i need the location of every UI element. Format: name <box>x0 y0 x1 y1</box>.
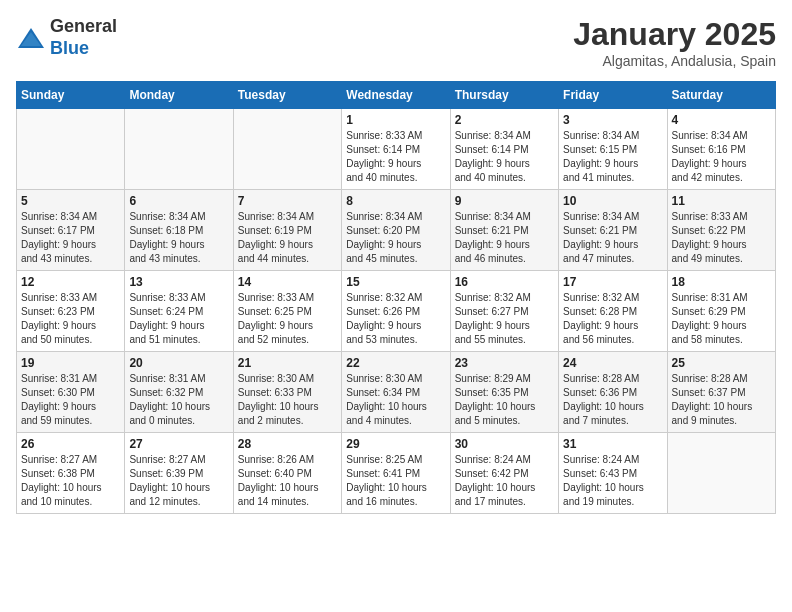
calendar-week-row: 5Sunrise: 8:34 AM Sunset: 6:17 PM Daylig… <box>17 190 776 271</box>
weekday-header-friday: Friday <box>559 82 667 109</box>
day-number: 19 <box>21 356 120 370</box>
calendar-cell: 24Sunrise: 8:28 AM Sunset: 6:36 PM Dayli… <box>559 352 667 433</box>
weekday-header-monday: Monday <box>125 82 233 109</box>
page-header: General Blue January 2025 Algamitas, And… <box>16 16 776 69</box>
calendar-cell: 9Sunrise: 8:34 AM Sunset: 6:21 PM Daylig… <box>450 190 558 271</box>
location-label: Algamitas, Andalusia, Spain <box>573 53 776 69</box>
day-info: Sunrise: 8:28 AM Sunset: 6:37 PM Dayligh… <box>672 372 771 428</box>
day-info: Sunrise: 8:34 AM Sunset: 6:16 PM Dayligh… <box>672 129 771 185</box>
calendar-cell: 4Sunrise: 8:34 AM Sunset: 6:16 PM Daylig… <box>667 109 775 190</box>
day-info: Sunrise: 8:28 AM Sunset: 6:36 PM Dayligh… <box>563 372 662 428</box>
day-info: Sunrise: 8:34 AM Sunset: 6:15 PM Dayligh… <box>563 129 662 185</box>
calendar-cell: 11Sunrise: 8:33 AM Sunset: 6:22 PM Dayli… <box>667 190 775 271</box>
logo-icon <box>16 26 46 50</box>
calendar-cell: 19Sunrise: 8:31 AM Sunset: 6:30 PM Dayli… <box>17 352 125 433</box>
calendar-cell: 23Sunrise: 8:29 AM Sunset: 6:35 PM Dayli… <box>450 352 558 433</box>
calendar-cell: 17Sunrise: 8:32 AM Sunset: 6:28 PM Dayli… <box>559 271 667 352</box>
day-number: 25 <box>672 356 771 370</box>
logo-general: General <box>50 16 117 36</box>
day-info: Sunrise: 8:34 AM Sunset: 6:14 PM Dayligh… <box>455 129 554 185</box>
month-title: January 2025 <box>573 16 776 53</box>
day-number: 10 <box>563 194 662 208</box>
day-info: Sunrise: 8:32 AM Sunset: 6:27 PM Dayligh… <box>455 291 554 347</box>
weekday-header-wednesday: Wednesday <box>342 82 450 109</box>
day-info: Sunrise: 8:31 AM Sunset: 6:29 PM Dayligh… <box>672 291 771 347</box>
weekday-header-sunday: Sunday <box>17 82 125 109</box>
day-number: 20 <box>129 356 228 370</box>
calendar-cell: 26Sunrise: 8:27 AM Sunset: 6:38 PM Dayli… <box>17 433 125 514</box>
logo: General Blue <box>16 16 117 59</box>
calendar-week-row: 19Sunrise: 8:31 AM Sunset: 6:30 PM Dayli… <box>17 352 776 433</box>
day-number: 7 <box>238 194 337 208</box>
day-info: Sunrise: 8:30 AM Sunset: 6:34 PM Dayligh… <box>346 372 445 428</box>
logo-text: General Blue <box>50 16 117 59</box>
day-number: 17 <box>563 275 662 289</box>
calendar-body: 1Sunrise: 8:33 AM Sunset: 6:14 PM Daylig… <box>17 109 776 514</box>
day-info: Sunrise: 8:33 AM Sunset: 6:22 PM Dayligh… <box>672 210 771 266</box>
calendar-cell: 27Sunrise: 8:27 AM Sunset: 6:39 PM Dayli… <box>125 433 233 514</box>
day-info: Sunrise: 8:25 AM Sunset: 6:41 PM Dayligh… <box>346 453 445 509</box>
logo-blue: Blue <box>50 38 89 58</box>
day-number: 23 <box>455 356 554 370</box>
day-number: 5 <box>21 194 120 208</box>
day-info: Sunrise: 8:34 AM Sunset: 6:18 PM Dayligh… <box>129 210 228 266</box>
day-info: Sunrise: 8:26 AM Sunset: 6:40 PM Dayligh… <box>238 453 337 509</box>
day-info: Sunrise: 8:27 AM Sunset: 6:38 PM Dayligh… <box>21 453 120 509</box>
day-number: 18 <box>672 275 771 289</box>
calendar-cell: 2Sunrise: 8:34 AM Sunset: 6:14 PM Daylig… <box>450 109 558 190</box>
day-number: 2 <box>455 113 554 127</box>
day-number: 26 <box>21 437 120 451</box>
day-info: Sunrise: 8:34 AM Sunset: 6:21 PM Dayligh… <box>563 210 662 266</box>
day-info: Sunrise: 8:31 AM Sunset: 6:30 PM Dayligh… <box>21 372 120 428</box>
calendar-cell <box>233 109 341 190</box>
day-number: 24 <box>563 356 662 370</box>
day-info: Sunrise: 8:33 AM Sunset: 6:14 PM Dayligh… <box>346 129 445 185</box>
calendar-cell: 16Sunrise: 8:32 AM Sunset: 6:27 PM Dayli… <box>450 271 558 352</box>
calendar-cell <box>667 433 775 514</box>
calendar-cell <box>125 109 233 190</box>
calendar-cell: 28Sunrise: 8:26 AM Sunset: 6:40 PM Dayli… <box>233 433 341 514</box>
calendar-cell: 8Sunrise: 8:34 AM Sunset: 6:20 PM Daylig… <box>342 190 450 271</box>
day-number: 28 <box>238 437 337 451</box>
calendar-cell: 31Sunrise: 8:24 AM Sunset: 6:43 PM Dayli… <box>559 433 667 514</box>
calendar-cell: 15Sunrise: 8:32 AM Sunset: 6:26 PM Dayli… <box>342 271 450 352</box>
day-number: 15 <box>346 275 445 289</box>
calendar-cell: 7Sunrise: 8:34 AM Sunset: 6:19 PM Daylig… <box>233 190 341 271</box>
day-info: Sunrise: 8:33 AM Sunset: 6:25 PM Dayligh… <box>238 291 337 347</box>
calendar-cell: 18Sunrise: 8:31 AM Sunset: 6:29 PM Dayli… <box>667 271 775 352</box>
day-number: 22 <box>346 356 445 370</box>
day-info: Sunrise: 8:34 AM Sunset: 6:21 PM Dayligh… <box>455 210 554 266</box>
day-number: 11 <box>672 194 771 208</box>
day-info: Sunrise: 8:34 AM Sunset: 6:19 PM Dayligh… <box>238 210 337 266</box>
day-number: 8 <box>346 194 445 208</box>
day-number: 29 <box>346 437 445 451</box>
day-number: 30 <box>455 437 554 451</box>
calendar-cell: 29Sunrise: 8:25 AM Sunset: 6:41 PM Dayli… <box>342 433 450 514</box>
day-info: Sunrise: 8:27 AM Sunset: 6:39 PM Dayligh… <box>129 453 228 509</box>
day-number: 21 <box>238 356 337 370</box>
calendar-table: SundayMondayTuesdayWednesdayThursdayFrid… <box>16 81 776 514</box>
calendar-cell: 5Sunrise: 8:34 AM Sunset: 6:17 PM Daylig… <box>17 190 125 271</box>
weekday-header-row: SundayMondayTuesdayWednesdayThursdayFrid… <box>17 82 776 109</box>
day-number: 1 <box>346 113 445 127</box>
calendar-cell: 1Sunrise: 8:33 AM Sunset: 6:14 PM Daylig… <box>342 109 450 190</box>
day-number: 16 <box>455 275 554 289</box>
calendar-cell: 25Sunrise: 8:28 AM Sunset: 6:37 PM Dayli… <box>667 352 775 433</box>
day-number: 9 <box>455 194 554 208</box>
calendar-cell: 6Sunrise: 8:34 AM Sunset: 6:18 PM Daylig… <box>125 190 233 271</box>
calendar-cell: 20Sunrise: 8:31 AM Sunset: 6:32 PM Dayli… <box>125 352 233 433</box>
day-number: 12 <box>21 275 120 289</box>
weekday-header-thursday: Thursday <box>450 82 558 109</box>
calendar-header: SundayMondayTuesdayWednesdayThursdayFrid… <box>17 82 776 109</box>
day-number: 31 <box>563 437 662 451</box>
calendar-cell: 12Sunrise: 8:33 AM Sunset: 6:23 PM Dayli… <box>17 271 125 352</box>
calendar-cell: 3Sunrise: 8:34 AM Sunset: 6:15 PM Daylig… <box>559 109 667 190</box>
day-info: Sunrise: 8:24 AM Sunset: 6:43 PM Dayligh… <box>563 453 662 509</box>
day-number: 3 <box>563 113 662 127</box>
title-area: January 2025 Algamitas, Andalusia, Spain <box>573 16 776 69</box>
day-info: Sunrise: 8:33 AM Sunset: 6:24 PM Dayligh… <box>129 291 228 347</box>
day-info: Sunrise: 8:34 AM Sunset: 6:17 PM Dayligh… <box>21 210 120 266</box>
calendar-cell: 21Sunrise: 8:30 AM Sunset: 6:33 PM Dayli… <box>233 352 341 433</box>
day-info: Sunrise: 8:32 AM Sunset: 6:28 PM Dayligh… <box>563 291 662 347</box>
weekday-header-saturday: Saturday <box>667 82 775 109</box>
